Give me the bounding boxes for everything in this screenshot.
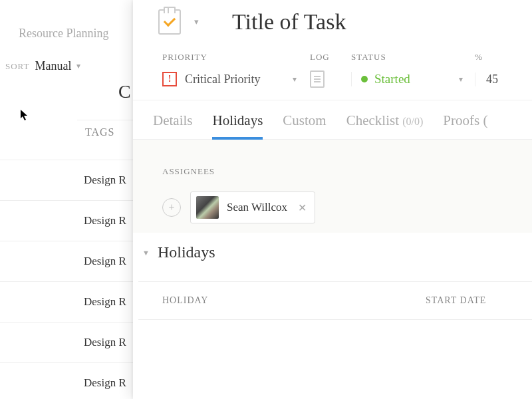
- chevron-down-icon: ▾: [293, 74, 297, 84]
- assignees-section: ASSIGNEES + Sean Willcox ✕: [133, 140, 532, 233]
- sort-control[interactable]: SORT Manual ▾: [0, 41, 133, 73]
- assignee-name: Sean Willcox: [227, 201, 287, 214]
- avatar: [196, 196, 219, 219]
- log-label: LOG: [310, 52, 351, 63]
- priority-value: Critical Priority: [185, 72, 260, 86]
- tabs: Details Holidays Custom Checklist (0/0) …: [133, 100, 532, 140]
- status-dot-icon: [361, 76, 368, 82]
- list-item[interactable]: Design R: [0, 241, 133, 281]
- tab-checklist-label: Checklist: [346, 112, 399, 128]
- left-background-panel: Resource Planning SORT Manual ▾ C TAGS D…: [0, 0, 133, 399]
- close-icon[interactable]: ✕: [295, 201, 309, 214]
- tab-custom[interactable]: Custom: [283, 112, 326, 137]
- list-item[interactable]: Design R: [0, 322, 133, 362]
- percent-input[interactable]: 45: [475, 72, 498, 86]
- holidays-table-header: HOLIDAY START DATE: [138, 281, 532, 320]
- assignee-chip[interactable]: Sean Willcox ✕: [190, 192, 315, 223]
- assignees-label: ASSIGNEES: [162, 166, 532, 177]
- priority-label: PRIORITY: [162, 52, 310, 63]
- list-item[interactable]: Design R: [0, 160, 133, 200]
- checkmark-icon: [164, 15, 176, 27]
- percent-label: %: [475, 52, 515, 63]
- holidays-section-header[interactable]: ▼ Holidays: [138, 243, 532, 261]
- holidays-section-title: Holidays: [158, 243, 215, 261]
- sort-value: Manual: [35, 59, 71, 73]
- notepad-icon: [310, 70, 325, 88]
- task-title[interactable]: Title of Task: [232, 9, 346, 35]
- chevron-down-icon[interactable]: ▾: [194, 17, 199, 27]
- tab-checklist[interactable]: Checklist (0/0): [346, 112, 424, 137]
- critical-priority-icon: !: [162, 72, 177, 86]
- column-letter: C: [118, 81, 131, 102]
- list-item[interactable]: Design R: [0, 281, 133, 322]
- chevron-down-icon: ▾: [76, 61, 80, 71]
- start-date-column-header: START DATE: [426, 295, 486, 306]
- chevron-down-icon: ▾: [459, 74, 463, 84]
- task-rows: Design R Design R Design R Design R Desi…: [0, 160, 133, 399]
- list-item[interactable]: Design R: [0, 200, 133, 241]
- holidays-section: ▼ Holidays HOLIDAY START DATE: [133, 233, 532, 320]
- plus-icon: +: [168, 201, 174, 213]
- status-dropdown[interactable]: Started ▾: [351, 72, 475, 86]
- list-item[interactable]: Design R: [0, 362, 133, 399]
- log-button[interactable]: [310, 70, 351, 88]
- sort-label: SORT: [5, 61, 29, 72]
- status-value: Started: [374, 72, 410, 86]
- task-detail-panel: ▾ Title of Task PRIORITY LOG STATUS % ! …: [133, 0, 532, 399]
- task-type-icon[interactable]: [158, 9, 181, 35]
- tab-proofs[interactable]: Proofs (: [443, 112, 487, 137]
- tab-checklist-count: (0/0): [402, 116, 423, 127]
- tab-details[interactable]: Details: [153, 112, 192, 137]
- tab-holidays[interactable]: Holidays: [212, 112, 263, 140]
- triangle-down-icon: ▼: [142, 249, 150, 257]
- cursor-icon: [20, 109, 29, 124]
- status-label: STATUS: [351, 52, 475, 63]
- tags-column-header: TAGS: [85, 126, 115, 138]
- holiday-column-header: HOLIDAY: [162, 295, 426, 306]
- breadcrumb[interactable]: Resource Planning: [0, 0, 133, 41]
- add-assignee-button[interactable]: +: [162, 198, 181, 217]
- priority-dropdown[interactable]: ! Critical Priority ▾: [162, 72, 310, 86]
